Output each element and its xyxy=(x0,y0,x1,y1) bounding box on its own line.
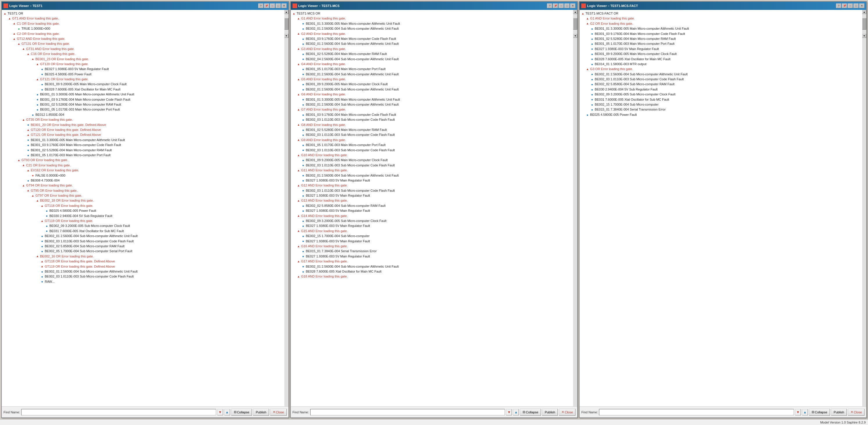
scroll-down-btn[interactable]: ▼ xyxy=(862,34,866,38)
scroll-down-btn[interactable]: ▼ xyxy=(284,34,288,38)
tree-node[interactable]: ▲ GT118 OR Error loading this gate. xyxy=(3,203,283,208)
tree-node[interactable]: ▲ G15 AND Error loading this gate. xyxy=(292,229,572,234)
tree-node[interactable]: ● BE001_01 3.3000E-005 Main Micro-comput… xyxy=(3,92,283,97)
tree-node[interactable]: ● BE001_02 5.5280E-004 Main Micro-comput… xyxy=(3,148,283,153)
scrollbar-vertical[interactable]: ▲ ▼ xyxy=(862,10,866,406)
tree-node[interactable]: ▲ G1 AND Error loading this gate. xyxy=(581,16,861,21)
tree-node[interactable]: ▲ G7 AND Error loading this gate. xyxy=(292,107,572,112)
tree-node[interactable]: ● BE027 1.9380E-003 5V Main Regulator Fa… xyxy=(292,223,572,228)
close-btn[interactable]: ✕ xyxy=(570,3,576,8)
tree-node[interactable]: ● BE001_01 3.3000E-005 Main Micro-comput… xyxy=(581,26,861,31)
tree-node[interactable]: ▲ TEST1-MCS OR xyxy=(292,11,572,16)
tree-node[interactable]: ● BE002_01 2.5600E-004 Sub Micro-compute… xyxy=(292,87,572,92)
collapse-expand-btn[interactable]: ⊟ Collapse xyxy=(231,409,252,416)
tree-node[interactable]: ▲ GT12 AND Error loading this gate. xyxy=(3,36,283,41)
tree-node[interactable]: ▲ GT121 OR Error loading this gate. xyxy=(3,77,283,82)
scroll-up-btn[interactable]: ▲ xyxy=(284,10,288,14)
close-btn[interactable]: ✕ xyxy=(859,3,865,8)
tree-node[interactable]: ● BE027 1.9380E-003 5V Main Regulator Fa… xyxy=(292,239,572,244)
tree-node[interactable]: ▲ G12 AND Error loading this gate. xyxy=(292,183,572,188)
tree-node[interactable]: ▲ EV162 OR Error loading this gate. xyxy=(3,168,283,173)
tree-node[interactable]: ▲ G14 AND Error loading this gate. xyxy=(292,214,572,219)
nav-up-btn[interactable]: ▲ xyxy=(802,409,808,416)
tree-container[interactable]: ▲ TEST1-MCS-FACT OR ▲ G1 AND Error loadi… xyxy=(580,10,862,406)
tree-node[interactable]: ● BE015_01 7.3840E-004 Serial Transmissi… xyxy=(581,107,861,112)
tree-node[interactable]: ● BE014_01 1.5800E-003 MTR output xyxy=(581,62,861,66)
tree-node[interactable]: ● BE001_05 1.0170E-003 Main Micro-comput… xyxy=(292,143,572,147)
tree-node[interactable]: ● BE001_03 9.1760E-004 Main Micro-comput… xyxy=(292,112,572,117)
pin-btn[interactable]: 📌 xyxy=(553,3,558,8)
tree-node[interactable]: ● FALSE 0.0000E+000 xyxy=(3,173,283,178)
tree-node[interactable]: ● BE001_03 9.1760E-004 Main Micro-comput… xyxy=(292,36,572,41)
tree-node[interactable]: ● BE025 4.5800E-005 Power Fault xyxy=(3,208,283,213)
pin-btn[interactable]: 📌 xyxy=(842,3,847,8)
maximize-btn[interactable]: □ xyxy=(276,3,281,8)
scrollbar-vertical[interactable]: ▲ ▼ xyxy=(573,10,577,406)
tree-node[interactable]: ● BE031 7.6000E-005 Xtal Oscillator for … xyxy=(3,229,283,234)
tree-node[interactable]: ● BE030 2.9400E-004 5V Sub Regulator Fau… xyxy=(581,87,861,92)
tree-node[interactable]: ● BE002_05 1.7000E-004 Sub Micro-compute… xyxy=(3,249,283,254)
tree-node[interactable]: ● BE002_03 1.0110E-003 Sub Micro-compute… xyxy=(292,163,572,168)
tree-node[interactable]: ● BE001_01 3.3000E-005 Main Micro-comput… xyxy=(3,138,283,143)
help-btn[interactable]: ? xyxy=(836,3,841,8)
tree-node[interactable]: ▲ C1 OR Error loading this gate. xyxy=(3,21,283,26)
tree-node[interactable]: ▲ GT131 OR Error loading this gate. xyxy=(3,41,283,46)
nav-up-btn[interactable]: ▲ xyxy=(513,409,519,416)
tree-node[interactable]: ● BE027 1.9380E-003 5V Main Regulator Fa… xyxy=(292,254,572,259)
tree-node[interactable]: ▲ GT93 OR Error loading this gate. xyxy=(3,158,283,163)
close-btn[interactable]: ✕ Close xyxy=(848,409,865,416)
tree-node[interactable]: ● BE002_09 3.2000E-005 Sub Micro-compute… xyxy=(3,223,283,228)
tree-node[interactable]: ● BE002_03 1.0110E-003 Sub Micro-compute… xyxy=(292,188,572,193)
tree-node[interactable]: ● BE027 1.9380E-003 5V Main Regulator Fa… xyxy=(581,47,861,52)
tree-node[interactable]: ● BE002_04 2.5600E-004 Sub Micro-compute… xyxy=(292,57,572,62)
tree-node[interactable]: ● BE002_01 2.5600E-004 Sub Micro-compute… xyxy=(581,72,861,77)
tree-node[interactable]: ● BE002_02 5.8580E-004 Sub Micro-compute… xyxy=(581,82,861,87)
tree-node[interactable]: ● BE001_03 9.1760E-004 Main Micro-comput… xyxy=(3,97,283,102)
tree-node[interactable]: ● BE001_03 9.1760E-004 Main Micro-comput… xyxy=(581,31,861,36)
tree-node[interactable]: ● BE001_09 9.2000E-005 Main Micro-comput… xyxy=(292,82,572,87)
tree-node[interactable]: ● BE028 7.6000E-005 Xtal Oscillator for … xyxy=(292,269,572,274)
tree-node[interactable]: ▲ GT94 OR Error loading this gate. xyxy=(3,183,283,188)
tree-node[interactable]: ● BE002_01 2.5600E-004 Sub Micro-compute… xyxy=(3,234,283,238)
tree-node[interactable]: ● BE001_01 3.3000E-005 Main Micro-comput… xyxy=(292,97,572,102)
tree-node[interactable]: ▲ GT119 OR Error loading this gate. xyxy=(3,219,283,223)
tree-node[interactable]: ● TRUE 1.0000E+000 xyxy=(3,26,283,31)
tree-node[interactable]: ● BE025 4.5800E-005 Power Fault xyxy=(3,72,283,77)
tree-node[interactable]: ● BE002_02 5.8580E-004 Sub Micro-compute… xyxy=(292,203,572,208)
tree-node[interactable]: ● BE012 1.8500E-004 xyxy=(3,112,283,117)
scroll-up-btn[interactable]: ▲ xyxy=(573,10,577,14)
close-btn[interactable]: ✕ Close xyxy=(559,409,576,416)
tree-node[interactable]: ▲ C21 OR Error loading this gate. xyxy=(3,163,283,168)
tree-node[interactable]: ● BE027 1.9380E-003 5V Main Regulator Fa… xyxy=(3,66,283,72)
tree-node[interactable]: ▲ GT35 OR Error loading this gate. xyxy=(3,117,283,122)
tree-node[interactable]: ● BE028 7.6000E-005 Xtal Oscillator for … xyxy=(3,87,283,92)
nav-up-btn[interactable]: ▲ xyxy=(224,409,230,416)
tree-node[interactable]: ▲ GT31 AND Error loading this gate. xyxy=(3,47,283,52)
collapse-expand-btn[interactable]: ⊟ Collapse xyxy=(809,409,830,416)
tree-node[interactable]: ● BE008 4.7300E-004 xyxy=(3,178,283,183)
tree-node[interactable]: ● BE015_01 7.3840E-004 Serial Transmissi… xyxy=(292,249,572,254)
tree-node[interactable]: ● BE001_02 5.5280E-004 Main Micro-comput… xyxy=(581,36,861,41)
tree-node[interactable]: ● BE002_02 5.8580E-004 Sub Micro-compute… xyxy=(3,244,283,249)
minimize-btn[interactable]: ─ xyxy=(270,3,275,8)
tree-node[interactable]: ● BE002_01 2.5600E-004 Sub Micro-compute… xyxy=(292,41,572,46)
tree-node[interactable]: ● BE002_01 2.5600E-004 Sub Micro-compute… xyxy=(292,173,572,178)
tree-node[interactable]: ● BE001_01 3.3000E-005 Main Micro-comput… xyxy=(292,21,572,26)
tree-node[interactable]: ▲ BE002_18 OR Error loading this gate. xyxy=(3,198,283,203)
tree-node[interactable]: ▲ G9 AND Error loading this gate. xyxy=(292,138,572,143)
publish-btn[interactable]: Publish xyxy=(253,409,269,416)
tree-node[interactable]: ● BE002_03 1.0110E-003 Sub Micro-compute… xyxy=(3,274,283,279)
tree-node[interactable]: ● BE002_09 3.2000E-005 Sub Micro-compute… xyxy=(581,92,861,97)
scroll-down-btn[interactable]: ▼ xyxy=(573,34,577,38)
tree-node[interactable]: ▲ GT118 OR Error loading this gate. Defi… xyxy=(3,259,283,264)
tree-node[interactable]: ▲ GT120 OR Error loading this gate. Defi… xyxy=(3,128,283,132)
tree-node[interactable]: ● BE002_03 1.0110E-003 Sub Micro-compute… xyxy=(3,239,283,244)
nav-down-btn[interactable]: ▼ xyxy=(217,409,223,416)
tree-node[interactable]: ▲ G6 AND Error loading this gate. xyxy=(292,92,572,97)
tree-node[interactable]: ● BE002_01 2.5600E-004 Sub Micro-compute… xyxy=(292,72,572,77)
maximize-btn[interactable]: □ xyxy=(854,3,859,8)
close-btn[interactable]: ✕ xyxy=(281,3,287,8)
tree-container[interactable]: ▲ TEST1 OR ▲ GT1 AND Error loading this … xyxy=(2,10,284,406)
tree-node[interactable]: ● BE027 1.9380E-003 5V Main Regulator Fa… xyxy=(292,178,572,183)
tree-node[interactable]: ▲ G8 AND Error loading this gate. xyxy=(292,122,572,128)
